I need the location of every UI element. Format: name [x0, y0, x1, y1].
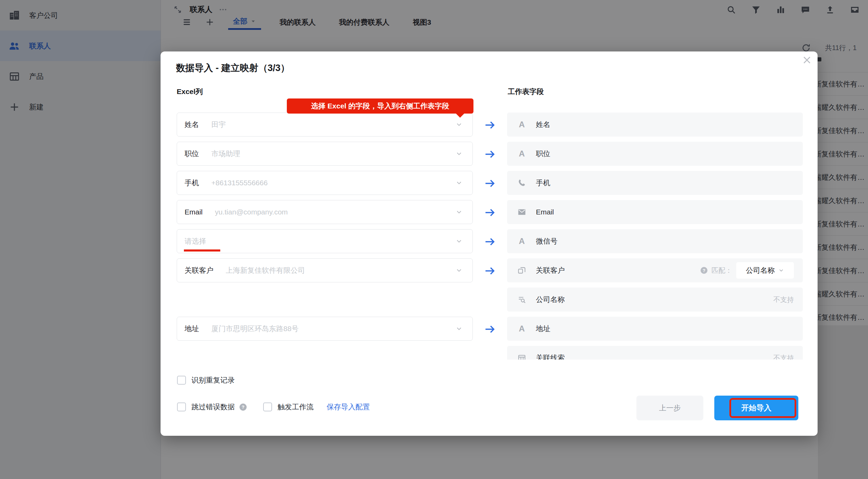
text-icon: A: [517, 149, 526, 158]
excel-column-label: 手机: [185, 178, 199, 188]
chevron-icon: [455, 237, 463, 245]
link-icon: [517, 266, 526, 275]
trigger-workflow-label: 触发工作流: [278, 402, 314, 412]
chevron-icon: [455, 267, 463, 274]
excel-column-select[interactable]: 手机 +8613155556666: [177, 171, 473, 195]
excel-column-select[interactable]: 请选择: [177, 229, 473, 253]
trigger-workflow-checkbox[interactable]: [263, 402, 272, 411]
app-root: 客户公司 联系人 产品 新建 联系人: [0, 0, 868, 479]
save-import-config-link[interactable]: 保存导入配置: [327, 402, 370, 412]
annotation-underline: [184, 249, 220, 252]
modal-title: 数据导入 - 建立映射（3/3）: [176, 62, 290, 74]
excel-column-select[interactable]: 姓名 田宇: [177, 113, 473, 137]
sheet-field-row: A 姓名: [507, 113, 803, 137]
previous-step-button[interactable]: 上一步: [636, 396, 703, 420]
excel-column-value: 请选择: [185, 236, 206, 246]
excel-column-value: 市场助理: [211, 149, 240, 159]
sheet-field-row: A 地址: [507, 317, 803, 341]
sheet-field-row: Email: [507, 200, 803, 224]
sheet-fields-header: 工作表字段: [508, 87, 544, 96]
excel-columns-header: Excel列: [177, 87, 203, 96]
mail-icon: [517, 208, 526, 217]
arrow-right-icon: [484, 207, 495, 218]
annotation-highlight-box: [729, 398, 796, 418]
dedupe-option: 识别重复记录: [177, 375, 235, 385]
sheet-field-row: 公司名称 不支持: [507, 288, 803, 312]
match-group: ? 匹配： 公司名称: [700, 262, 794, 279]
sheet-field-row: A 职位: [507, 142, 803, 166]
sheet-field-row: 手机: [507, 171, 803, 195]
svg-text:?: ?: [703, 268, 705, 273]
sheet-field-row: 关联线索 不支持: [507, 346, 803, 360]
sheet-field-label: 公司名称: [536, 295, 565, 304]
excel-column-value: 上海新复佳软件有限公司: [226, 266, 305, 275]
phone-icon: [517, 178, 526, 187]
text-icon: A: [517, 324, 526, 333]
excel-column-select[interactable]: Email yu.tian@company.com: [177, 200, 473, 224]
excel-column-value: yu.tian@company.com: [215, 208, 288, 216]
excel-column-select[interactable]: 关联客户 上海新复佳软件有限公司: [177, 258, 473, 282]
help-icon[interactable]: ?: [700, 266, 708, 274]
match-label: 匹配：: [712, 266, 732, 275]
excel-column-label: Email: [185, 208, 203, 216]
sheet-field-label: 职位: [536, 149, 550, 159]
sheet-field-label: 关联线索: [536, 353, 565, 360]
arrow-right-icon: [484, 324, 495, 335]
skip-errors-checkbox[interactable]: [177, 402, 186, 411]
chevron-icon: [455, 325, 463, 332]
dedupe-label: 识别重复记录: [191, 375, 235, 385]
match-field-select[interactable]: 公司名称: [736, 262, 794, 279]
chevron-icon: [455, 208, 463, 216]
skip-errors-label: 跳过错误数据: [191, 402, 235, 412]
excel-column-select[interactable]: 职位 市场助理: [177, 142, 473, 166]
sheet-field-label: 微信号: [536, 236, 558, 246]
excel-column-label: 地址: [185, 324, 199, 334]
excel-column-label: 职位: [185, 149, 199, 159]
excel-column-value: +8613155556666: [211, 179, 268, 187]
text-icon: A: [517, 237, 526, 246]
excel-column-label: 姓名: [185, 120, 199, 129]
excel-columns-list: 姓名 田宇 职位 市场助理 手机 +8613155556666: [177, 113, 473, 341]
lookup-icon: [517, 295, 526, 304]
dedupe-checkbox[interactable]: [177, 376, 186, 385]
svg-text:?: ?: [242, 405, 244, 410]
data-import-modal: 数据导入 - 建立映射（3/3） Excel列 工作表字段 选择 Excel 的…: [161, 51, 818, 436]
arrow-right-icon: [484, 178, 495, 189]
excel-column-select[interactable]: 地址 厦门市思明区环岛东路88号: [177, 317, 473, 341]
excel-column-value: 厦门市思明区环岛东路88号: [211, 324, 298, 334]
sheet-fields-list: A 姓名 A 职位 手机: [507, 113, 803, 360]
sheet-field-label: 地址: [536, 324, 550, 334]
gridsm-icon: [517, 353, 526, 360]
sheet-field-label: 关联客户: [536, 266, 565, 275]
help-icon[interactable]: ?: [239, 403, 247, 411]
not-supported-text: 不支持: [773, 353, 794, 360]
sheet-field-row: A 微信号: [507, 229, 803, 253]
chevron-icon: [455, 150, 463, 157]
sheet-field-label: 手机: [536, 178, 550, 188]
chevron-icon: [778, 267, 784, 273]
not-supported-text: 不支持: [773, 295, 794, 304]
start-import-button[interactable]: 开始导入: [714, 396, 798, 420]
arrow-right-icon: [484, 265, 495, 277]
text-icon: A: [517, 120, 526, 129]
import-options-row: 跳过错误数据 ? 触发工作流 保存导入配置: [177, 402, 370, 412]
arrow-right-icon: [484, 119, 495, 131]
sheet-field-label: 姓名: [536, 120, 550, 129]
sheet-field-row: 关联客户 ? 匹配： 公司名称: [507, 258, 803, 282]
sheet-field-label: Email: [536, 208, 554, 216]
excel-column-label: 关联客户: [185, 266, 213, 275]
annotation-tooltip: 选择 Excel 的字段，导入到右侧工作表字段: [287, 98, 473, 114]
close-icon[interactable]: [802, 55, 812, 65]
excel-column-value: 田宇: [211, 120, 226, 129]
match-field-value: 公司名称: [746, 266, 775, 275]
chevron-icon: [455, 179, 463, 187]
arrow-right-icon: [484, 236, 495, 247]
arrow-right-icon: [484, 149, 495, 160]
